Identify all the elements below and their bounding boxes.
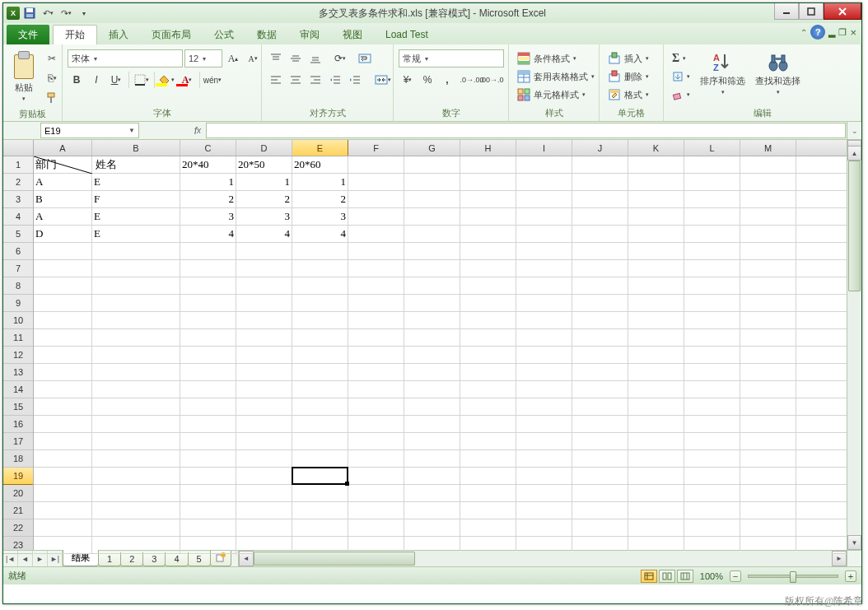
cell[interactable]	[34, 260, 92, 277]
align-right-button[interactable]	[306, 71, 324, 89]
row-header[interactable]: 3	[3, 191, 33, 208]
help-icon[interactable]: ?	[810, 25, 825, 40]
name-box[interactable]: E19 ▼	[40, 123, 139, 138]
cell[interactable]	[348, 243, 404, 259]
autosum-button[interactable]: Σ ▾	[669, 49, 693, 68]
cell[interactable]	[684, 191, 740, 207]
row-header[interactable]: 12	[3, 347, 33, 364]
cell[interactable]	[404, 347, 460, 363]
cell[interactable]	[236, 295, 292, 311]
cell[interactable]	[180, 398, 236, 415]
cell[interactable]	[628, 295, 684, 311]
scroll-down-button[interactable]: ▼	[847, 535, 861, 550]
qat-undo-icon[interactable]: ↶▾	[40, 5, 56, 21]
tab-data[interactable]: 数据	[245, 25, 288, 44]
expand-formula-bar-icon[interactable]: ⌄	[847, 122, 861, 139]
page-layout-view-button[interactable]	[659, 570, 675, 583]
cell[interactable]	[34, 398, 92, 415]
cell[interactable]	[292, 519, 348, 536]
cell[interactable]	[740, 208, 796, 225]
cell[interactable]	[180, 433, 236, 449]
cell[interactable]	[92, 398, 180, 415]
cell[interactable]	[516, 191, 572, 207]
cell[interactable]	[180, 468, 236, 484]
cell[interactable]	[292, 450, 348, 467]
cell[interactable]	[572, 260, 628, 277]
tab-home[interactable]: 开始	[53, 25, 97, 44]
cell[interactable]: E	[92, 226, 180, 242]
row-header[interactable]: 18	[3, 450, 33, 468]
cell[interactable]	[628, 156, 684, 173]
cell[interactable]	[404, 468, 460, 484]
decrease-decimal-button[interactable]: .00→.0	[483, 71, 501, 89]
cell[interactable]	[572, 156, 628, 173]
cell[interactable]	[740, 226, 796, 242]
cell[interactable]: 4	[236, 226, 292, 242]
cell[interactable]	[404, 260, 460, 277]
cell[interactable]	[460, 243, 516, 259]
cell-styles-button[interactable]: 单元格样式 ▾	[514, 86, 598, 104]
split-handle[interactable]	[847, 140, 861, 146]
cell[interactable]	[348, 295, 404, 311]
doc-restore-icon[interactable]: ❐	[838, 27, 847, 38]
cell[interactable]	[292, 433, 348, 449]
cell[interactable]	[92, 243, 180, 259]
cell[interactable]	[740, 156, 796, 173]
cell[interactable]	[180, 519, 236, 536]
cell[interactable]	[292, 485, 348, 501]
cell[interactable]	[180, 260, 236, 277]
formula-input[interactable]	[206, 123, 846, 138]
cell[interactable]	[684, 381, 740, 398]
phonetic-button[interactable]: wén▾	[203, 71, 222, 89]
row-header[interactable]: 17	[3, 433, 33, 450]
cell[interactable]	[516, 329, 572, 346]
cell[interactable]	[684, 329, 740, 346]
cell[interactable]	[740, 485, 796, 501]
align-middle-button[interactable]	[287, 49, 305, 68]
cell[interactable]	[572, 295, 628, 311]
cell[interactable]	[572, 433, 628, 449]
cell[interactable]	[516, 398, 572, 415]
cell[interactable]	[628, 191, 684, 207]
cell[interactable]	[404, 450, 460, 467]
cell[interactable]	[628, 312, 684, 328]
cell[interactable]: F	[92, 191, 180, 207]
sheet-tab[interactable]: 1	[98, 552, 121, 566]
cell[interactable]	[684, 156, 740, 173]
cell[interactable]	[684, 243, 740, 259]
cell[interactable]: 2	[180, 191, 236, 207]
cell[interactable]	[460, 364, 516, 380]
page-break-view-button[interactable]	[677, 570, 693, 583]
cell[interactable]	[34, 277, 92, 294]
cell[interactable]	[460, 191, 516, 207]
cell[interactable]	[740, 243, 796, 259]
cell[interactable]	[180, 502, 236, 519]
cell[interactable]	[684, 519, 740, 536]
zoom-level[interactable]: 100%	[700, 571, 723, 581]
cell[interactable]	[684, 468, 740, 484]
find-select-button[interactable]: 查找和选择▾	[752, 49, 804, 99]
cell[interactable]	[460, 416, 516, 432]
cell[interactable]	[460, 329, 516, 346]
cell[interactable]	[572, 208, 628, 225]
cell[interactable]	[348, 468, 404, 484]
cell[interactable]	[516, 208, 572, 225]
cell[interactable]	[628, 364, 684, 380]
row-header[interactable]: 2	[3, 174, 33, 191]
doc-minimize-icon[interactable]: ▂	[828, 27, 835, 38]
qat-redo-icon[interactable]: ↷▾	[58, 5, 74, 21]
cell[interactable]	[292, 312, 348, 328]
cell[interactable]	[404, 226, 460, 242]
cell[interactable]	[92, 381, 180, 398]
row-header[interactable]: 20	[3, 485, 33, 502]
cell[interactable]	[348, 398, 404, 415]
cell[interactable]	[180, 450, 236, 467]
sort-filter-button[interactable]: AZ 排序和筛选▾	[697, 49, 749, 99]
tab-page-layout[interactable]: 页面布局	[140, 25, 203, 44]
cell[interactable]	[348, 329, 404, 346]
cell[interactable]	[684, 398, 740, 415]
cell[interactable]	[404, 277, 460, 294]
cell[interactable]	[92, 364, 180, 380]
cell[interactable]: 3	[180, 208, 236, 225]
cell[interactable]	[572, 226, 628, 242]
